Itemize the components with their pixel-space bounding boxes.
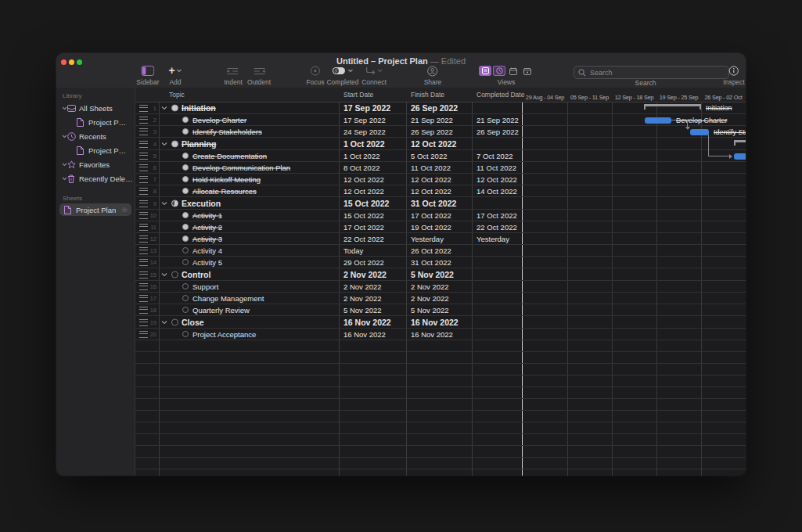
sidebar-item-project-p-[interactable]: Project P… [56, 115, 135, 129]
chevron-down-icon[interactable] [62, 106, 67, 110]
add-button[interactable]: + Add [168, 65, 182, 86]
completed-date-cell[interactable]: 12 Oct 2022 [477, 175, 517, 184]
completed-date-cell[interactable]: 11 Oct 2022 [477, 164, 516, 172]
disclosure-chevron-icon[interactable] [161, 320, 167, 324]
column-header-completed-date[interactable]: Completed Date [477, 91, 524, 99]
status-circle[interactable] [182, 176, 189, 182]
sidebar-item-recently-dele-[interactable]: Recently Dele… [56, 171, 135, 185]
favorite-star-icon[interactable]: ☆ [121, 206, 128, 214]
status-circle[interactable] [182, 153, 189, 159]
search-input[interactable] [588, 68, 725, 77]
topic-cell[interactable]: Execution [182, 199, 221, 208]
status-circle[interactable] [182, 331, 189, 337]
topic-cell[interactable]: Activity 1 [192, 211, 222, 220]
completed-filter-button[interactable]: Completed [326, 65, 358, 86]
finish-date-cell[interactable]: 17 Oct 2022 [411, 211, 451, 220]
finish-date-cell[interactable]: 16 Nov 2022 [411, 318, 459, 327]
view-outline-button[interactable] [479, 66, 491, 76]
gantt-week-header[interactable]: 29 Aug - 04 Sep [523, 94, 567, 101]
start-date-cell[interactable]: 1 Oct 2022 [343, 152, 379, 160]
view-date-button[interactable] [521, 66, 534, 76]
gantt-summary-bar[interactable] [644, 104, 701, 110]
topic-cell[interactable]: Hold Kickoff Meeting [192, 175, 261, 184]
start-date-cell[interactable]: 2 Nov 2022 [343, 270, 387, 279]
row-drag-handle-icon[interactable] [139, 247, 148, 254]
disclosure-chevron-icon[interactable] [161, 272, 167, 276]
finish-date-cell[interactable]: 5 Oct 2022 [411, 152, 447, 160]
start-date-cell[interactable]: 15 Oct 2022 [343, 211, 384, 220]
row-drag-handle-icon[interactable] [139, 259, 148, 266]
row-drag-handle-icon[interactable] [139, 307, 148, 314]
row-drag-handle-icon[interactable] [139, 212, 148, 219]
gantt-week-header[interactable]: 19 Sep - 25 Sep [656, 94, 701, 101]
finish-date-cell[interactable]: 31 Oct 2022 [411, 258, 451, 267]
status-circle[interactable] [182, 307, 189, 313]
row-drag-handle-icon[interactable] [139, 128, 148, 135]
focus-button[interactable]: Focus [306, 65, 324, 86]
finish-date-cell[interactable]: 26 Oct 2022 [411, 246, 451, 255]
status-circle[interactable] [171, 271, 178, 278]
start-date-cell[interactable]: 22 Oct 2022 [343, 235, 384, 243]
completed-date-cell[interactable]: 14 Oct 2022 [477, 187, 517, 196]
start-date-cell[interactable]: 16 Nov 2022 [343, 330, 386, 339]
disclosure-chevron-icon[interactable] [161, 106, 167, 110]
column-header-topic[interactable]: Topic [169, 91, 185, 99]
finish-date-cell[interactable]: 16 Nov 2022 [411, 330, 453, 339]
status-circle[interactable] [182, 283, 189, 289]
row-drag-handle-icon[interactable] [139, 271, 148, 279]
column-header-finish-date[interactable]: Finish Date [411, 91, 444, 99]
completed-date-cell[interactable]: 7 Oct 2022 [477, 152, 512, 160]
status-circle[interactable] [171, 140, 178, 147]
gantt-task-bar[interactable] [734, 153, 746, 160]
finish-date-cell[interactable]: 11 Oct 2022 [411, 164, 451, 172]
status-circle[interactable] [182, 235, 189, 242]
row-drag-handle-icon[interactable] [139, 235, 148, 243]
row-drag-handle-icon[interactable] [139, 117, 148, 124]
topic-cell[interactable]: Project Acceptance [192, 330, 256, 339]
row-drag-handle-icon[interactable] [139, 153, 148, 160]
finish-date-cell[interactable]: 5 Nov 2022 [411, 270, 454, 279]
finish-date-cell[interactable]: 2 Nov 2022 [411, 282, 449, 291]
topic-cell[interactable]: Control [182, 270, 210, 279]
gantt-summary-bar[interactable] [734, 140, 746, 146]
gantt-week-header[interactable]: 05 Sep - 11 Sep [567, 94, 612, 101]
start-date-cell[interactable]: 16 Nov 2022 [343, 318, 391, 327]
finish-date-cell[interactable]: 5 Nov 2022 [411, 306, 449, 315]
status-circle[interactable] [171, 318, 178, 325]
status-circle[interactable] [171, 200, 178, 207]
topic-cell[interactable]: Allocate Resources [192, 187, 257, 196]
inspect-button[interactable]: Inspect [723, 65, 744, 86]
topic-cell[interactable]: Identify Stakeholders [192, 128, 262, 136]
start-date-cell[interactable]: 2 Nov 2022 [343, 282, 382, 291]
finish-date-cell[interactable]: 21 Sep 2022 [411, 116, 453, 124]
topic-cell[interactable]: Develop Charter [192, 116, 246, 124]
disclosure-chevron-icon[interactable] [161, 142, 167, 146]
status-circle[interactable] [182, 212, 189, 218]
start-date-cell[interactable]: 17 Oct 2022 [343, 223, 384, 232]
status-circle[interactable] [182, 188, 189, 194]
row-drag-handle-icon[interactable] [139, 295, 148, 302]
row-drag-handle-icon[interactable] [139, 200, 148, 207]
gantt-task-bar[interactable] [690, 129, 709, 135]
finish-date-cell[interactable]: 19 Oct 2022 [411, 223, 451, 232]
sidebar-item-favorites[interactable]: Favorites [56, 157, 135, 171]
topic-cell[interactable]: Develop Communication Plan [192, 164, 290, 172]
row-drag-handle-icon[interactable] [139, 105, 148, 112]
topic-cell[interactable]: Create Documentation [192, 152, 267, 160]
row-drag-handle-icon[interactable] [139, 188, 148, 195]
start-date-cell[interactable]: 17 Sep 2022 [343, 103, 390, 113]
chevron-down-icon[interactable] [62, 163, 67, 167]
completed-date-cell[interactable]: 17 Oct 2022 [477, 211, 517, 220]
status-circle[interactable] [182, 224, 189, 230]
topic-cell[interactable]: Activity 4 [192, 246, 222, 255]
finish-date-cell[interactable]: 12 Oct 2022 [411, 187, 451, 196]
row-drag-handle-icon[interactable] [139, 141, 148, 148]
chevron-down-icon[interactable] [62, 177, 67, 181]
gantt-week-header[interactable]: 12 Sep - 18 Sep [612, 94, 656, 101]
sidebar-item-recents[interactable]: Recents [56, 129, 135, 143]
status-circle[interactable] [182, 295, 189, 301]
finish-date-cell[interactable]: 26 Sep 2022 [411, 128, 453, 136]
row-drag-handle-icon[interactable] [139, 176, 148, 183]
view-recent-button[interactable] [493, 66, 505, 76]
start-date-cell[interactable]: 8 Oct 2022 [343, 164, 379, 172]
